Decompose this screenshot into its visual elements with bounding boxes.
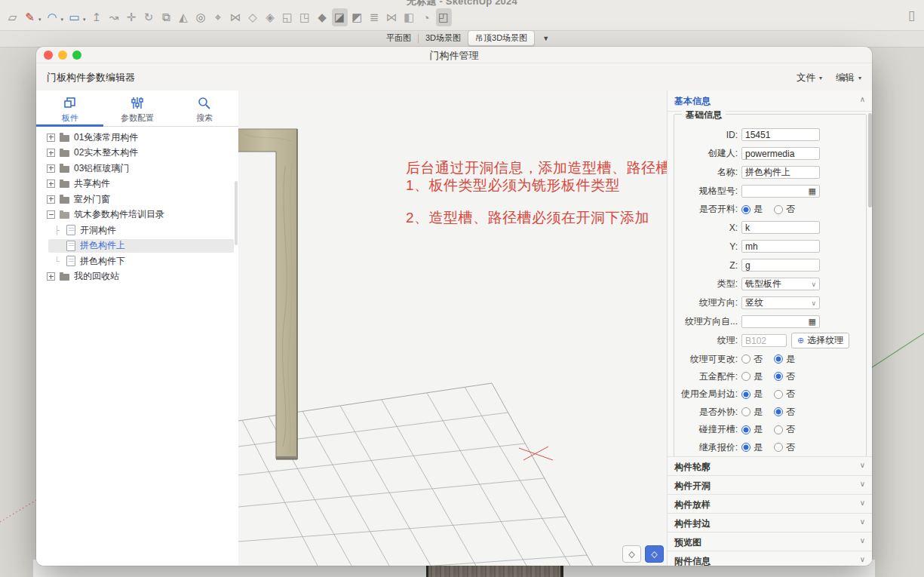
tree-expand-icon[interactable] xyxy=(47,149,55,157)
toolbar-dropdown-caret-icon[interactable]: ▾ xyxy=(83,17,86,23)
toolbar-followme-tool-icon[interactable]: ↝ xyxy=(106,8,122,26)
menu-edit[interactable]: 编辑 ▾ xyxy=(836,72,861,84)
param-input[interactable]: 15451 xyxy=(741,128,820,141)
tree-item[interactable]: 03铝框玻璃门 xyxy=(36,161,238,176)
toolbar-active-style-tool-icon[interactable]: ◰ xyxy=(436,8,452,26)
wireframe-view-button[interactable]: ⬦ xyxy=(622,545,641,563)
tree-expand-icon[interactable] xyxy=(47,164,55,173)
radio-unselected-icon[interactable] xyxy=(774,205,783,214)
radio-unselected-icon[interactable] xyxy=(741,407,751,416)
radio-unselected-icon[interactable] xyxy=(774,443,783,452)
radio-selected-icon[interactable] xyxy=(741,425,751,434)
select-texture-button[interactable]: ⊕选择纹理 xyxy=(791,333,849,348)
radio-unselected-icon[interactable] xyxy=(774,425,783,434)
toolbar-monochrome-style-icon[interactable]: ◩ xyxy=(349,8,365,26)
param-input[interactable]: k xyxy=(741,221,820,234)
toolbar-shaded-style-icon[interactable]: ◆ xyxy=(315,8,330,26)
tree-expand-icon[interactable] xyxy=(47,272,55,281)
radio-option[interactable]: 否 xyxy=(774,423,795,436)
param-input[interactable]: 拼色构件上 xyxy=(741,166,820,179)
param-input[interactable]: ▦ xyxy=(741,315,820,328)
radio-option[interactable]: 否 xyxy=(774,203,795,216)
radio-selected-icon[interactable] xyxy=(774,372,783,381)
scene-tab-1[interactable]: 平面图 xyxy=(379,31,418,45)
toolbar-backedge-style-icon[interactable]: ◈ xyxy=(262,8,278,26)
accordion-构件开洞[interactable]: 构件开洞∨ xyxy=(668,475,872,494)
toolbar-move-tool-icon[interactable]: ✛ xyxy=(124,8,140,26)
tree-item[interactable]: 室外门窗 xyxy=(36,192,238,207)
calculator-icon[interactable]: ▦ xyxy=(809,186,816,196)
toolbar-rectangle-tool-icon[interactable]: ▭ xyxy=(66,8,82,26)
tree-item[interactable]: └拼色构件下 xyxy=(36,253,238,269)
tree-item[interactable]: 02实木整木构件 xyxy=(36,146,238,161)
sidebar-tab-板件[interactable]: 板件 xyxy=(36,91,103,126)
toolbar-section-tool-icon[interactable]: ⋈ xyxy=(384,8,400,26)
radio-selected-icon[interactable] xyxy=(741,443,751,452)
toolbar-offset-tool-icon[interactable]: ◭ xyxy=(176,8,192,26)
toolbar-dropdown-caret-icon[interactable]: ▾ xyxy=(38,17,41,23)
radio-option[interactable]: 是 xyxy=(741,370,763,383)
radio-option[interactable]: 是 xyxy=(741,441,763,454)
calculator-icon[interactable]: ▦ xyxy=(809,317,816,327)
sidebar-tab-参数配置[interactable]: 参数配置 xyxy=(103,91,170,126)
texture-code-input[interactable]: B102 xyxy=(741,334,787,347)
tree-expand-icon[interactable] xyxy=(47,195,55,204)
tree-collapse-icon[interactable] xyxy=(47,210,55,219)
panel-scrollbar[interactable] xyxy=(868,113,872,207)
radio-option[interactable]: 否 xyxy=(774,388,795,401)
radio-option[interactable]: 否 xyxy=(774,370,795,383)
param-input[interactable]: g xyxy=(741,259,820,272)
toolbar-wireframe-style-icon[interactable]: ◱ xyxy=(280,8,296,26)
radio-selected-icon[interactable] xyxy=(741,205,751,214)
accordion-构件封边[interactable]: 构件封边∨ xyxy=(668,513,872,532)
param-select[interactable]: 竖纹∨ xyxy=(741,296,820,309)
radio-unselected-icon[interactable] xyxy=(741,372,751,381)
accordion-构件轮廓[interactable]: 构件轮廓∨ xyxy=(668,456,872,475)
tree-item[interactable]: 共享构件 xyxy=(36,176,238,192)
tree-item[interactable]: 筑木参数构件培训目录 xyxy=(36,207,238,223)
toolbar-component-tool-icon[interactable]: ⌖ xyxy=(210,8,226,26)
toolbar-shadow-tool-icon[interactable]: ◧ xyxy=(401,8,417,26)
toolbar-shaded-tex-style-icon[interactable]: ◪ xyxy=(332,8,348,26)
dialog-titlebar[interactable]: 门构件管理 xyxy=(36,47,872,63)
radio-unselected-icon[interactable] xyxy=(741,354,751,364)
scene-tab-2[interactable]: 3D场景图 xyxy=(419,31,468,45)
menu-file[interactable]: 文件 ▾ xyxy=(797,72,822,84)
param-input[interactable]: ▦ xyxy=(741,185,820,198)
toolbar-orbit-style-tool-icon[interactable]: ◔ xyxy=(419,8,434,26)
param-input[interactable]: mh xyxy=(741,240,820,253)
param-select[interactable]: 铣型板件∨ xyxy=(741,278,820,290)
tree-item[interactable]: 我的回收站 xyxy=(36,269,238,285)
tree-item[interactable]: ├开洞构件 xyxy=(36,223,238,238)
toolbar-arc-tool-icon[interactable]: ◠ xyxy=(45,8,60,26)
sidebar-scrollbar[interactable] xyxy=(235,181,238,245)
scene-tab-3[interactable]: 吊顶3D场景图 xyxy=(468,30,535,46)
3d-viewport[interactable]: 后台通过开洞信息，添加造型槽、路径槽 1、板件类型必须为铣形板件类型 2、造型槽… xyxy=(238,91,667,566)
param-input[interactable]: powermedia xyxy=(741,147,820,160)
radio-selected-icon[interactable] xyxy=(741,390,751,399)
basic-info-section-header[interactable]: 基本信息 ∧ xyxy=(668,91,872,112)
radio-option[interactable]: 否 xyxy=(774,406,795,419)
radio-unselected-icon[interactable] xyxy=(774,390,783,399)
toolbar-pushpull-tool-icon[interactable]: ↥ xyxy=(89,8,105,26)
toolbar-eraser-tool-icon[interactable]: ▱ xyxy=(5,8,20,26)
toolbar-paint-tool-icon[interactable]: ◎ xyxy=(193,8,209,26)
new-document-icon[interactable]: ▯ xyxy=(908,8,915,23)
radio-option[interactable]: 否 xyxy=(741,353,763,366)
tree-item[interactable]: 01免漆常用构件 xyxy=(36,130,238,146)
toolbar-hiddenline-style-icon[interactable]: ◳ xyxy=(297,8,313,26)
radio-selected-icon[interactable] xyxy=(774,407,783,416)
toolbar-xray-style-icon[interactable]: ◇ xyxy=(245,8,261,26)
toolbar-dropdown-caret-icon[interactable]: ▾ xyxy=(61,17,64,23)
toolbar-line-tool-icon[interactable]: ✎ xyxy=(22,8,38,26)
radio-option[interactable]: 是 xyxy=(741,203,763,216)
toolbar-flip-tool-icon[interactable]: ⋈ xyxy=(228,8,244,26)
accordion-预览图[interactable]: 预览图∨ xyxy=(668,532,872,551)
radio-option[interactable]: 否 xyxy=(774,441,795,454)
radio-option[interactable]: 是 xyxy=(741,423,763,436)
toolbar-layers-tool-icon[interactable]: ≣ xyxy=(367,8,382,26)
tree-expand-icon[interactable] xyxy=(47,134,55,142)
accordion-附件信息[interactable]: 附件信息∨ xyxy=(668,551,872,566)
tree-item[interactable]: ├拼色构件上 xyxy=(36,238,238,254)
toolbar-scale-tool-icon[interactable]: ⧉ xyxy=(158,8,174,26)
